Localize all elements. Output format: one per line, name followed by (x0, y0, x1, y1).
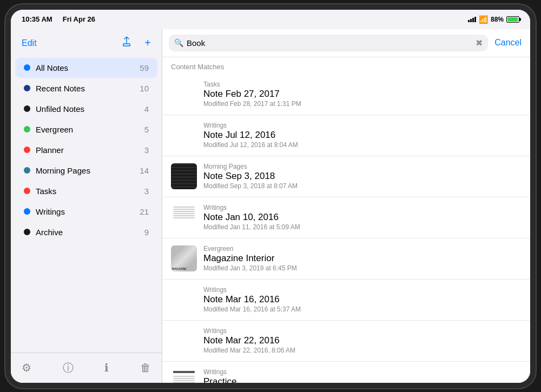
search-clear-button[interactable]: ✖ (476, 38, 483, 48)
note-content: WritingsNote Mar 16, 2016Modified Mar 16… (203, 286, 522, 313)
cancel-button[interactable]: Cancel (492, 38, 524, 48)
sidebar-item-unfiled-notes[interactable]: Unfiled Notes4 (15, 99, 157, 119)
note-item[interactable]: Morning PagesNote Sep 3, 2018Modified Se… (162, 156, 530, 197)
sidebar-item-recent-notes[interactable]: Recent Notes10 (15, 78, 157, 98)
note-item[interactable]: MAGAZINEEvergreenMagazine InteriorModifi… (162, 238, 530, 280)
sidebar-item-planner[interactable]: Planner3 (15, 140, 157, 160)
share-button[interactable] (120, 35, 134, 51)
note-folder-label: Morning Pages (203, 163, 522, 170)
folder-dot (24, 147, 30, 153)
note-folder-label: Writings (203, 368, 522, 376)
folder-count: 9 (144, 228, 149, 237)
sidebar-toolbar: Edit + (11, 29, 162, 57)
note-folder-label: Writings (203, 327, 522, 335)
edit-button[interactable]: Edit (19, 36, 39, 50)
folder-dot (24, 64, 30, 71)
note-item[interactable]: WritingsNote Jan 10, 2016Modified Jan 11… (162, 197, 530, 238)
note-item[interactable]: WritingsPracticeModified Jan 3, 2019 at … (162, 362, 530, 383)
note-thumbnail-empty (171, 287, 197, 313)
note-thumbnail: MAGAZINE (171, 245, 197, 271)
wifi-icon: 📶 (479, 15, 488, 24)
note-content: WritingsNote Mar 22, 2016Modified Mar 22… (203, 327, 522, 354)
folder-count: 4 (144, 104, 149, 114)
note-modified: Modified Jul 12, 2016 at 8:04 AM (203, 141, 522, 149)
folder-count: 14 (140, 166, 149, 175)
note-folder-label: Tasks (203, 81, 522, 88)
help-icon[interactable]: ⓘ (63, 361, 74, 375)
search-input[interactable] (187, 38, 472, 48)
settings-icon[interactable]: ⚙ (22, 361, 31, 374)
note-item[interactable]: WritingsNote Mar 22, 2016Modified Mar 22… (162, 321, 530, 362)
note-title: Practice (203, 376, 522, 383)
note-title: Note Sep 3, 2018 (203, 171, 522, 182)
note-thumbnail-empty (171, 328, 197, 354)
folder-dot (24, 208, 30, 215)
folder-count: 3 (144, 187, 149, 196)
results-header: Content Matches (162, 57, 530, 74)
status-bar: 10:35 AM Fri Apr 26 📶 88% (11, 10, 530, 29)
folder-dot (24, 85, 30, 91)
folder-name: Unfiled Notes (36, 104, 144, 114)
trash-icon[interactable]: 🗑 (140, 362, 151, 374)
folder-dot (24, 167, 30, 174)
new-note-button[interactable]: + (142, 35, 153, 51)
folder-count: 21 (140, 207, 149, 216)
sidebar-item-writings[interactable]: Writings21 (15, 202, 157, 222)
notes-list: TasksNote Feb 27, 2017Modified Feb 28, 2… (162, 74, 530, 383)
note-modified: Modified Jan 11, 2016 at 5:09 AM (203, 223, 522, 231)
sidebar: Edit + All Notes59Recent Notes10Unfiled … (11, 29, 162, 383)
battery-icon (506, 16, 519, 23)
note-folder-label: Writings (203, 286, 522, 294)
folder-dot (24, 126, 30, 132)
search-bar: 🔍 ✖ Cancel (162, 29, 530, 57)
note-thumbnail (171, 204, 197, 230)
note-modified: Modified Jan 3, 2019 at 6:45 PM (203, 264, 522, 272)
note-thumbnail (171, 369, 197, 383)
note-item[interactable]: WritingsNote Mar 16, 2016Modified Mar 16… (162, 280, 530, 321)
folder-count: 5 (144, 125, 149, 134)
folder-name: Planner (36, 145, 144, 155)
note-content: TasksNote Feb 27, 2017Modified Feb 28, 2… (203, 81, 522, 108)
note-folder-label: Writings (203, 122, 522, 129)
note-modified: Modified Mar 16, 2016 at 5:37 AM (203, 305, 522, 313)
note-title: Note Mar 16, 2016 (203, 294, 522, 305)
note-content: WritingsNote Jul 12, 2016Modified Jul 12… (203, 122, 522, 149)
note-thumbnail-empty (171, 81, 197, 107)
status-indicators: 📶 88% (468, 15, 519, 24)
note-title: Note Jul 12, 2016 (203, 130, 522, 141)
folder-name: Recent Notes (36, 84, 140, 93)
note-item[interactable]: WritingsNote Jul 12, 2016Modified Jul 12… (162, 115, 530, 156)
sidebar-item-morning-pages[interactable]: Morning Pages14 (15, 161, 157, 181)
info-icon[interactable]: ℹ (104, 361, 109, 374)
folder-count: 59 (140, 63, 149, 72)
note-item[interactable]: TasksNote Feb 27, 2017Modified Feb 28, 2… (162, 74, 530, 115)
date-display: Fri Apr 26 (63, 15, 95, 23)
note-content: Morning PagesNote Sep 3, 2018Modified Se… (203, 163, 522, 190)
note-title: Note Jan 10, 2016 (203, 212, 522, 223)
folder-list: All Notes59Recent Notes10Unfiled Notes4E… (11, 57, 162, 353)
note-title: Note Feb 27, 2017 (203, 89, 522, 99)
status-time: 10:35 AM Fri Apr 26 (22, 15, 95, 23)
folder-name: Morning Pages (36, 166, 140, 175)
sidebar-item-archive[interactable]: Archive9 (15, 222, 157, 242)
sidebar-item-evergreen[interactable]: Evergreen5 (15, 119, 157, 139)
note-title: Note Mar 22, 2016 (203, 335, 522, 346)
note-modified: Modified Mar 22, 2016, 8:06 AM (203, 347, 522, 354)
search-input-wrapper[interactable]: 🔍 ✖ (169, 35, 488, 51)
battery-percent: 88% (491, 16, 504, 23)
folder-name: Tasks (36, 187, 144, 196)
note-content: EvergreenMagazine InteriorModified Jan 3… (203, 245, 522, 272)
note-folder-label: Evergreen (203, 245, 522, 253)
content-panel: 🔍 ✖ Cancel Content Matches TasksNote Feb… (162, 29, 530, 383)
folder-name: Archive (36, 228, 144, 237)
folder-dot (24, 229, 30, 235)
sidebar-item-all-notes[interactable]: All Notes59 (15, 58, 157, 78)
sidebar-item-tasks[interactable]: Tasks3 (15, 181, 157, 201)
note-thumbnail (171, 163, 197, 189)
signal-icon (468, 17, 476, 22)
sidebar-footer: ⚙ ⓘ ℹ 🗑 (11, 353, 162, 383)
note-content: WritingsNote Jan 10, 2016Modified Jan 11… (203, 204, 522, 231)
note-thumbnail-empty (171, 122, 197, 148)
folder-dot (24, 188, 30, 194)
note-modified: Modified Sep 3, 2018 at 8:07 AM (203, 182, 522, 190)
